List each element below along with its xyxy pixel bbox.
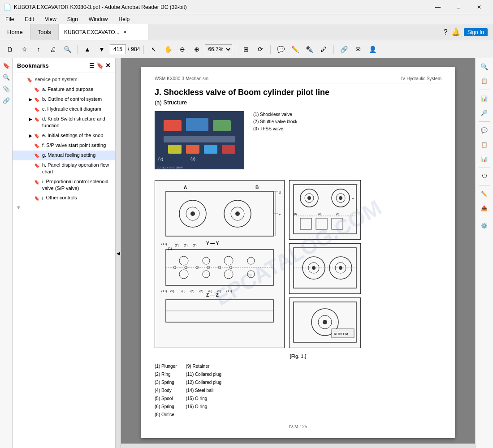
bookmarks-close-button[interactable]: ✕ [105, 62, 111, 69]
sidebar-layers-icon[interactable]: 🔗 [1, 95, 12, 106]
main-cross-section: A B U [155, 180, 285, 348]
bookmark-item-service-port[interactable]: 🔖 service port system [13, 75, 115, 85]
rp-comment-button[interactable]: 💬 [478, 124, 491, 137]
bookmark-item-panel-display[interactable]: 🔖 h. Panel display operation flow chart [13, 160, 115, 177]
bookmarks-expand-view[interactable]: 🔖 [96, 62, 104, 69]
bookmark-icon: 🔖 [34, 179, 40, 185]
svg-point-88 [323, 320, 327, 324]
rp-search-button[interactable]: 🔎 [478, 106, 491, 120]
highlight-button[interactable]: ✏️ [289, 43, 301, 56]
stamp-button[interactable]: 🖊 [317, 43, 330, 56]
svg-rect-6 [186, 145, 199, 154]
menu-view[interactable]: View [43, 15, 58, 23]
bookmark-item-proportional[interactable]: 🔖 i. Proportional control solenoid valve… [13, 177, 115, 194]
prev-page-button[interactable]: ▲ [81, 43, 94, 56]
sidebar-bookmarks-icon[interactable]: 🔖 [1, 60, 12, 71]
upload-button[interactable]: ↑ [32, 43, 45, 56]
bookmarks-list: 🔖 service port system 🔖 a. Feature and p… [13, 73, 115, 448]
horizontal-scrollbar[interactable] [121, 444, 475, 448]
zoom-dropdown[interactable]: 50% 66.7% 75% 100% 125% 150% 200% [205, 44, 232, 54]
svg-text:(2): (2) [158, 157, 163, 161]
tab-close-icon[interactable]: ✕ [123, 30, 127, 34]
zoom-select[interactable]: 50% 66.7% 75% 100% 125% 150% 200% [205, 44, 232, 54]
page-number-input[interactable] [110, 44, 126, 54]
bookmarks-list-view[interactable]: ☰ [89, 62, 95, 69]
svg-text:(11): (11) [226, 289, 232, 293]
print-button[interactable]: 🖨 [47, 43, 59, 56]
bookmark-item-knob-switch[interactable]: ▶ 🔖 d. Knob Switch structure and functio… [13, 114, 115, 131]
comment-button[interactable]: 💬 [274, 43, 287, 56]
menu-help[interactable]: Help [117, 15, 132, 23]
bookmark-item-hydraulic[interactable]: 🔖 c. Hydraulic circuit diagram [13, 104, 115, 114]
bookmark-button[interactable]: ☆ [18, 43, 30, 56]
part-item-11: (11) Collared plug [186, 370, 221, 379]
bookmark-item-other-controls[interactable]: 🔖 j. Other controls [13, 193, 115, 203]
panel-collapse-button[interactable]: ◀ [116, 58, 121, 448]
page-total: 984 [131, 46, 140, 52]
photo-inner: (2) (3) component view [155, 111, 244, 169]
svg-text:Y — Y: Y — Y [206, 241, 219, 246]
bookmark-item-manual-feeling[interactable]: 🔖 g. Manual feeling setting [13, 151, 115, 160]
bookmark-label: service port system [35, 76, 112, 83]
tab-document[interactable]: KUBOTA EXCAVATO... ✕ [59, 24, 148, 40]
new-document-button[interactable]: 🗋 [4, 43, 16, 56]
part-item-9: (9) Retainer [186, 362, 221, 370]
bookmark-icon: 🔖 [34, 116, 40, 123]
bookmark-item-feature[interactable]: 🔖 a. Feature and purpose [13, 85, 115, 95]
rp-compare-button[interactable]: 📋 [478, 138, 491, 151]
email-button[interactable]: ✉ [352, 43, 364, 56]
help-icon[interactable]: ? [444, 28, 448, 36]
rp-bookmarks-button[interactable]: 📊 [478, 92, 491, 105]
rp-zoom-button[interactable]: 🔍 [478, 60, 491, 73]
rp-pen-button[interactable]: ✏️ [478, 187, 491, 201]
bookmark-label: g. Manual feeling setting [42, 152, 112, 159]
rotate-button[interactable]: ⟳ [254, 43, 267, 56]
svg-text:(1): (1) [168, 247, 172, 250]
bookmark-label: c. Hydraulic circuit diagram [42, 106, 112, 112]
main-area: 🔖 🔍 📎 🔗 Bookmarks ☰ 🔖 ✕ 🔖 service port s… [0, 58, 493, 448]
bookmark-item-initial-settings[interactable]: ▶ 🔖 e. Initial settings of the knob [13, 131, 115, 141]
right-view-top: Y (8) (6) (8) [289, 180, 361, 240]
bookmark-icon: 🔖 [34, 153, 40, 159]
close-button[interactable]: ✕ [469, 0, 489, 14]
sidebar-search-icon[interactable]: 🔍 [1, 72, 12, 82]
zoom-out-tool[interactable]: ⊖ [176, 43, 189, 56]
bookmark-item-sp-valve[interactable]: 🔖 f. S/P valve start point setting [13, 141, 115, 151]
next-page-button[interactable]: ▼ [95, 43, 108, 56]
menu-window[interactable]: Window [87, 15, 110, 23]
maximize-button[interactable]: □ [448, 0, 469, 14]
tab-home[interactable]: Home [0, 24, 30, 40]
zoom-out-button[interactable]: 🔍 [61, 43, 74, 56]
svg-point-36 [247, 271, 255, 278]
draw-button[interactable]: ✒️ [303, 43, 316, 56]
zoom-in-tool[interactable]: ⊕ [190, 43, 203, 56]
rp-settings-button[interactable]: ⚙️ [478, 219, 491, 233]
sidebar-attachments-icon[interactable]: 📎 [1, 83, 12, 94]
pdf-viewer-area[interactable]: EPCATALOG.COM WSM KX080-3 Mechanism IV H… [121, 58, 475, 448]
bookmark-item-outline[interactable]: ▶ 🔖 b. Outline of control system [13, 95, 115, 104]
rp-thumbnail-button[interactable]: 📋 [478, 74, 491, 88]
link-button[interactable]: 🔗 [337, 43, 350, 56]
rp-export-button[interactable]: 📊 [478, 152, 491, 166]
rp-share-button[interactable]: 📤 [478, 202, 491, 215]
bookmark-label: i. Proportional control solenoid valve (… [42, 178, 112, 192]
tab-bar: Home Tools KUBOTA EXCAVATO... ✕ ? 🔔 Sign… [0, 24, 493, 40]
menu-edit[interactable]: Edit [23, 15, 36, 23]
share-button[interactable]: 👤 [366, 43, 379, 56]
legend-item-2: (2) Shuttle valve block [253, 118, 297, 125]
cursor-tool-button[interactable]: ↖ [147, 43, 160, 56]
menu-file[interactable]: File [4, 15, 16, 23]
minimize-button[interactable]: — [428, 0, 448, 14]
tab-tools[interactable]: Tools [30, 24, 59, 40]
svg-text:B: B [255, 185, 259, 190]
window-controls: — □ ✕ [428, 0, 489, 14]
right-drawings: Y (8) (6) (8) [289, 180, 361, 348]
bookmarks-toolbar-inner: ☰ 🔖 ✕ [89, 62, 111, 69]
rp-shield-icon[interactable]: 🛡 [478, 170, 491, 183]
menu-sign[interactable]: Sign [65, 15, 80, 23]
svg-rect-2 [186, 118, 208, 131]
sign-in-button[interactable]: Sign In [464, 28, 488, 36]
notifications-icon[interactable]: 🔔 [451, 28, 460, 36]
fit-page-button[interactable]: ⊞ [240, 43, 252, 56]
hand-tool-button[interactable]: ✋ [162, 43, 174, 56]
